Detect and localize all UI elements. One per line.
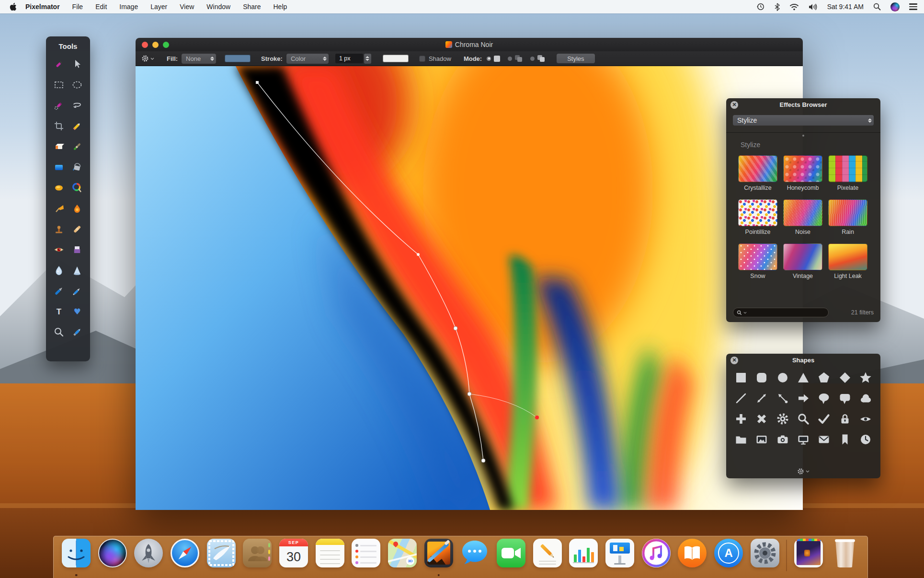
- dock-facetime[interactable]: [496, 539, 526, 577]
- shape-circle[interactable]: [775, 370, 791, 386]
- shapes-header[interactable]: ✕ Shapes: [726, 354, 880, 367]
- window-titlebar[interactable]: Chroma Noir: [136, 38, 803, 51]
- tool-eyedropper[interactable]: [69, 324, 85, 340]
- tool-burn[interactable]: [69, 200, 85, 217]
- menu-help[interactable]: Help: [273, 3, 287, 11]
- tool-options-gear[interactable]: [141, 55, 154, 62]
- tool-quick-select[interactable]: [51, 97, 67, 114]
- menu-share[interactable]: Share: [243, 3, 261, 11]
- stroke-width-stepper[interactable]: [364, 54, 371, 64]
- volume-icon[interactable]: [809, 3, 818, 11]
- fill-dropdown[interactable]: None: [182, 54, 216, 64]
- shape-arrow-double[interactable]: [753, 390, 770, 406]
- tool-marquee-ellipse[interactable]: [69, 77, 85, 93]
- tool-blur[interactable]: [51, 262, 67, 278]
- dock-mail[interactable]: [206, 539, 236, 577]
- tool-move[interactable]: [51, 56, 67, 72]
- shape-eye[interactable]: [857, 411, 874, 427]
- menu-window[interactable]: Window: [206, 3, 230, 11]
- effects-search-input[interactable]: [748, 309, 820, 316]
- bluetooth-icon[interactable]: [775, 3, 780, 11]
- dock-finder[interactable]: [61, 539, 91, 577]
- shape-triangle[interactable]: [795, 370, 811, 386]
- mode-single-radio[interactable]: [487, 57, 491, 61]
- effect-rain[interactable]: Rain: [828, 199, 867, 235]
- tool-paint-bucket[interactable]: [69, 159, 85, 175]
- menu-edit[interactable]: Edit: [95, 3, 107, 11]
- tool-pencil[interactable]: [69, 118, 85, 134]
- spotlight-icon[interactable]: [873, 3, 881, 11]
- shape-star[interactable]: [857, 370, 874, 386]
- shape-arrow-right[interactable]: [795, 390, 811, 406]
- tool-eraser[interactable]: [51, 139, 67, 155]
- mode-subtract-radio[interactable]: [530, 57, 535, 61]
- tool-dodge[interactable]: [51, 180, 67, 196]
- tool-pen[interactable]: [51, 283, 67, 299]
- shape-clock[interactable]: [857, 431, 874, 448]
- dock-app-store[interactable]: A: [714, 539, 743, 577]
- shape-rounded-square[interactable]: [753, 370, 770, 386]
- shapes-settings[interactable]: [726, 468, 880, 475]
- shape-speech-rect[interactable]: [837, 390, 853, 406]
- shape-line[interactable]: [733, 390, 749, 406]
- dock-pages[interactable]: [533, 539, 562, 577]
- styles-button[interactable]: Styles: [557, 54, 594, 63]
- dock-document[interactable]: [794, 539, 823, 577]
- shadow-checkbox[interactable]: [419, 56, 425, 62]
- tool-arrow[interactable]: [69, 56, 85, 72]
- apple-menu[interactable]: [10, 2, 17, 11]
- zoom-button[interactable]: [163, 42, 169, 48]
- shape-speech-bubble[interactable]: [816, 390, 832, 406]
- shape-checkmark[interactable]: [816, 411, 832, 427]
- shape-square[interactable]: [733, 370, 749, 386]
- time-machine-icon[interactable]: [756, 2, 765, 11]
- mode-add-radio[interactable]: [508, 57, 512, 61]
- dock-pixelmator[interactable]: [424, 539, 454, 577]
- effect-honeycomb[interactable]: Honeycomb: [783, 155, 822, 191]
- stroke-width-field[interactable]: 1 px: [335, 54, 363, 63]
- effect-vintage[interactable]: Vintage: [783, 243, 822, 279]
- menu-image[interactable]: Image: [119, 3, 138, 11]
- shape-diamond[interactable]: [837, 370, 853, 386]
- shape-display[interactable]: [795, 431, 811, 448]
- dock-launchpad[interactable]: [134, 539, 163, 577]
- dock-keynote[interactable]: [605, 539, 635, 577]
- wifi-icon[interactable]: [789, 3, 799, 11]
- dock-safari[interactable]: [170, 539, 200, 577]
- effects-category-dropdown[interactable]: Stylize: [733, 115, 874, 126]
- dock-siri[interactable]: [98, 539, 127, 577]
- tool-stamp[interactable]: [51, 221, 67, 237]
- dock-contacts[interactable]: [242, 539, 272, 577]
- dock-maps[interactable]: 3D: [388, 539, 417, 577]
- shape-pentagon[interactable]: [816, 370, 832, 386]
- shape-folder[interactable]: [733, 431, 749, 448]
- dock-notes[interactable]: [315, 539, 345, 577]
- dock-reminders[interactable]: [351, 539, 381, 577]
- dock-system-preferences[interactable]: [750, 539, 780, 577]
- menu-view[interactable]: View: [180, 3, 194, 11]
- shape-magnifier[interactable]: [795, 411, 811, 427]
- tool-sharpen[interactable]: [69, 242, 85, 258]
- tool-red-eye[interactable]: [51, 242, 67, 258]
- dock-messages[interactable]: [460, 539, 490, 577]
- mode-single-icon[interactable]: [494, 56, 500, 62]
- active-app-name[interactable]: Pixelmator: [25, 3, 60, 11]
- dock-calendar[interactable]: SEP30: [279, 539, 308, 577]
- tool-crop[interactable]: [51, 118, 67, 134]
- shape-cloud[interactable]: [857, 390, 874, 406]
- tool-lasso[interactable]: [69, 97, 85, 114]
- canvas[interactable]: [136, 66, 803, 510]
- shape-picture[interactable]: [753, 431, 770, 448]
- shape-gear[interactable]: [775, 411, 791, 427]
- tool-zoom[interactable]: [51, 324, 67, 340]
- close-button[interactable]: [142, 42, 148, 48]
- minimize-button[interactable]: [152, 42, 159, 48]
- shape-lock[interactable]: [837, 411, 853, 427]
- close-icon[interactable]: ✕: [730, 101, 738, 109]
- shape-plus[interactable]: [733, 411, 749, 427]
- tool-shape[interactable]: ♥: [69, 303, 85, 320]
- tool-cone[interactable]: [69, 262, 85, 278]
- pen-path-overlay[interactable]: [136, 66, 803, 510]
- effect-pointillize[interactable]: Pointillize: [738, 199, 777, 235]
- menu-file[interactable]: File: [72, 3, 83, 11]
